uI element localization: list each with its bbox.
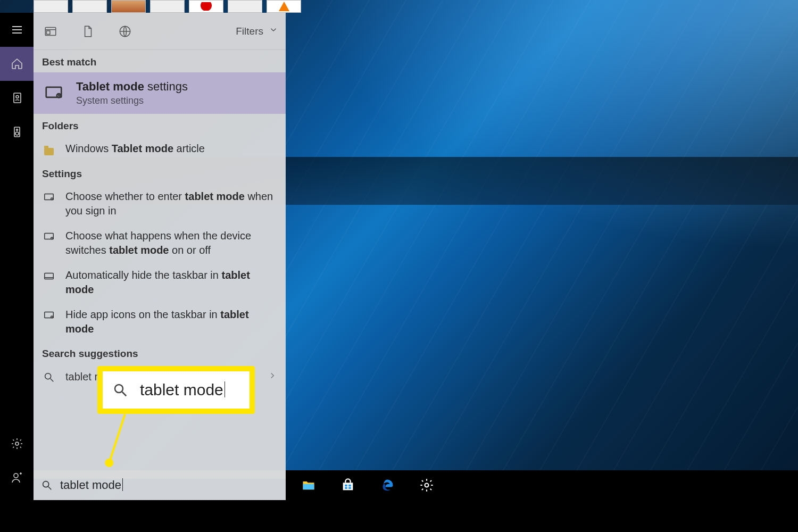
section-folders: Folders: [34, 114, 286, 136]
taskbar-edge[interactable]: [376, 474, 398, 496]
hamburger-icon: [11, 23, 23, 36]
svg-rect-16: [46, 30, 50, 34]
panel-scope-bar: Filters: [34, 13, 286, 50]
taskbar-store[interactable]: [337, 474, 359, 496]
best-match-result[interactable]: Tablet mode settings System settings: [34, 72, 286, 114]
scope-documents[interactable]: [78, 22, 97, 41]
search-icon: [42, 370, 56, 384]
settings-result[interactable]: Choose whether to enter tablet mode when…: [34, 184, 286, 223]
scope-apps[interactable]: [41, 22, 60, 41]
svg-point-9: [14, 473, 18, 478]
home-button[interactable]: [0, 47, 34, 81]
thumb-generic: [72, 0, 107, 13]
home-icon: [11, 57, 23, 70]
gear-icon: [419, 478, 434, 493]
svg-point-27: [51, 316, 53, 318]
hamburger-button[interactable]: [0, 13, 34, 47]
speaker-icon: [11, 126, 23, 138]
svg-line-33: [122, 392, 127, 396]
feedback-button[interactable]: [0, 461, 34, 495]
bottom-black-strip: [0, 500, 798, 532]
wallpaper-glow: [239, 0, 798, 293]
svg-rect-20: [45, 194, 54, 200]
person-icon: [11, 471, 23, 484]
svg-rect-37: [348, 487, 351, 489]
svg-point-38: [425, 484, 429, 487]
folder-icon: [42, 143, 56, 156]
tablet-setting-icon: [42, 230, 56, 244]
tablet-mode-icon: [42, 81, 65, 105]
taskbar: [286, 470, 798, 500]
svg-rect-36: [345, 487, 347, 489]
store-icon: [340, 478, 355, 493]
gear-icon: [11, 437, 23, 450]
chevron-right-icon: [268, 371, 277, 383]
taskbar-setting-icon: [42, 269, 56, 283]
search-icon: [112, 382, 128, 398]
thumb-photo: [111, 0, 146, 13]
taskbar-settings[interactable]: [415, 474, 438, 496]
svg-rect-24: [45, 273, 54, 279]
section-settings: Settings: [34, 162, 286, 184]
peek-thumbnails: [34, 0, 301, 13]
section-suggestions: Search suggestions: [34, 342, 286, 364]
svg-rect-26: [45, 312, 54, 318]
settings-result[interactable]: Automatically hide the taskbar in tablet…: [34, 263, 286, 302]
taskbar-file-explorer[interactable]: [297, 474, 320, 496]
svg-rect-35: [348, 485, 351, 487]
search-icon: [41, 479, 53, 491]
filters-label: Filters: [236, 26, 263, 37]
settings-result[interactable]: Choose what happens when the device swit…: [34, 223, 286, 263]
svg-point-4: [16, 96, 19, 98]
filters-dropdown[interactable]: Filters: [236, 25, 278, 37]
callout-text: tablet mode: [140, 381, 225, 399]
screen: Filters Best match Tablet mode settings …: [0, 0, 798, 532]
svg-rect-22: [45, 234, 54, 239]
tablet-setting-icon: [42, 309, 56, 322]
thumb-generic: [150, 0, 185, 13]
svg-point-8: [15, 442, 19, 445]
scope-web[interactable]: [115, 22, 135, 41]
svg-point-23: [51, 237, 53, 239]
settings-result[interactable]: Hide app icons on the taskbar in tablet …: [34, 302, 286, 342]
svg-point-21: [51, 198, 53, 200]
svg-rect-34: [345, 485, 347, 487]
settings-result-text: Hide app icons on the taskbar in tablet …: [65, 307, 277, 336]
svg-point-7: [15, 132, 19, 135]
music-button[interactable]: [0, 115, 34, 149]
document-scope-icon: [81, 24, 95, 38]
svg-line-31: [48, 487, 52, 490]
best-match-title: Tablet mode settings: [76, 80, 188, 94]
folder-result-text: Windows Tablet mode article: [65, 142, 205, 156]
thumb-vlc: [267, 0, 301, 13]
notebook-button[interactable]: [0, 81, 34, 115]
svg-point-30: [43, 481, 49, 487]
cortana-rail: [0, 13, 34, 532]
svg-point-28: [45, 373, 51, 379]
section-best-match: Best match: [34, 50, 286, 72]
settings-result-text: Choose what happens when the device swit…: [65, 229, 277, 257]
vlc-cone-icon: [279, 2, 289, 11]
settings-result-text: Automatically hide the taskbar in tablet…: [65, 268, 277, 297]
file-explorer-icon: [301, 478, 316, 493]
svg-point-32: [115, 385, 123, 393]
best-match-subtitle: System settings: [76, 95, 188, 106]
edge-icon: [380, 478, 395, 493]
thumb-pdf: [189, 0, 223, 13]
svg-line-29: [51, 379, 54, 382]
annotation-callout: tablet mode: [97, 366, 255, 414]
settings-button[interactable]: [0, 427, 34, 461]
svg-point-6: [16, 129, 18, 131]
tablet-setting-icon: [42, 190, 56, 204]
thumb-generic: [34, 0, 68, 13]
cortana-search-box[interactable]: tablet mode: [34, 470, 286, 500]
notebook-icon: [11, 92, 23, 104]
globe-scope-icon: [118, 24, 132, 38]
text-caret: [122, 478, 123, 491]
folder-result[interactable]: Windows Tablet mode article: [34, 136, 286, 162]
search-query-text: tablet mode: [60, 478, 123, 492]
apps-scope-icon: [44, 24, 57, 38]
settings-result-text: Choose whether to enter tablet mode when…: [65, 189, 277, 218]
chevron-down-icon: [269, 25, 278, 37]
thumb-generic: [228, 0, 262, 13]
